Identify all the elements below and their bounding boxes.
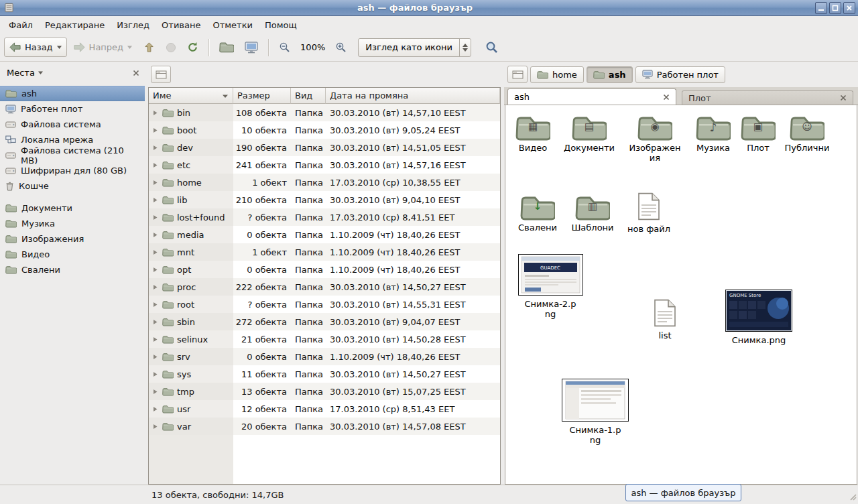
notebook-icon bbox=[512, 70, 524, 80]
taskbar-window-button[interactable]: ash — файлов браузър bbox=[625, 484, 741, 501]
table-row[interactable]: srv0 обектаПапка1.10.2009 (чт) 18,40,26 … bbox=[149, 348, 500, 365]
icon-view-item[interactable]: GUADECСнимка-2.png bbox=[520, 254, 580, 320]
expander-icon[interactable] bbox=[152, 180, 159, 186]
table-row[interactable]: sys11 обектаПапка30.03.2010 (вт) 14,50,2… bbox=[149, 365, 500, 383]
expander-icon[interactable] bbox=[152, 249, 159, 255]
expander-icon[interactable] bbox=[152, 267, 159, 273]
sidebar-item[interactable]: Свалени bbox=[0, 262, 145, 277]
table-row[interactable]: tmp13 обектаПапка30.03.2010 (вт) 15,07,2… bbox=[149, 383, 500, 400]
computer-button[interactable] bbox=[240, 38, 263, 58]
table-row[interactable]: root? обектаПапка30.03.2010 (вт) 14,55,3… bbox=[149, 296, 500, 313]
expander-icon[interactable] bbox=[152, 197, 159, 203]
sidebar-item[interactable]: Музика bbox=[0, 216, 145, 231]
menu-item[interactable]: Отиване bbox=[156, 17, 206, 33]
resize-grip[interactable] bbox=[847, 491, 857, 503]
icon-view-item[interactable]: ▤Документи bbox=[559, 115, 619, 153]
table-row[interactable]: lost+found? обектаПапка17.03.2010 (ср) 8… bbox=[149, 208, 500, 226]
icon-view-item[interactable]: ◉Изображения bbox=[625, 115, 685, 164]
menu-item[interactable]: Изглед bbox=[111, 17, 156, 33]
expander-icon[interactable] bbox=[152, 284, 159, 290]
tab-close-icon[interactable] bbox=[663, 94, 670, 101]
breadcrumb-button[interactable]: ash bbox=[587, 66, 633, 83]
table-row[interactable]: etc241 обектаПапка30.03.2010 (вт) 14,57,… bbox=[149, 156, 500, 174]
expander-icon[interactable] bbox=[152, 145, 159, 151]
sidebar-item[interactable]: Файлова система (210 MB) bbox=[0, 147, 145, 163]
expander-icon[interactable] bbox=[152, 232, 159, 238]
sidebar-item[interactable]: Кошче bbox=[0, 178, 145, 194]
icon-view-item[interactable]: ▦Видео bbox=[505, 115, 563, 153]
icon-view-item[interactable]: Снимка-1.png bbox=[565, 379, 625, 446]
view-mode-combo[interactable]: Изглед като икони bbox=[358, 38, 471, 57]
location-toggle-button[interactable] bbox=[151, 66, 171, 83]
table-row[interactable]: boot10 обектаПапка30.03.2010 (вт) 9,05,2… bbox=[149, 121, 500, 139]
expander-icon[interactable] bbox=[152, 302, 159, 308]
sidebar-item[interactable]: Изображения bbox=[0, 231, 145, 247]
expander-icon[interactable] bbox=[152, 319, 159, 325]
menu-item[interactable]: Редактиране bbox=[39, 17, 111, 33]
location-toggle-button[interactable] bbox=[507, 66, 528, 83]
forward-button[interactable]: Напред bbox=[68, 38, 137, 57]
sidebar-close-icon[interactable] bbox=[133, 70, 139, 76]
up-button[interactable] bbox=[139, 38, 160, 57]
breadcrumb-button[interactable]: home bbox=[530, 66, 584, 83]
tab[interactable]: ash bbox=[507, 88, 676, 105]
icon-view-item[interactable]: list bbox=[635, 299, 695, 341]
menu-item[interactable]: Помощ bbox=[259, 17, 303, 33]
expander-icon[interactable] bbox=[152, 389, 159, 395]
icon-view-item[interactable]: ↓Свалени bbox=[507, 194, 568, 233]
column-header[interactable]: Размер bbox=[233, 88, 291, 104]
table-row[interactable]: var20 обектаПапка30.03.2010 (вт) 14,57,0… bbox=[149, 418, 500, 435]
menu-item[interactable]: Отметки bbox=[206, 17, 258, 33]
expander-icon[interactable] bbox=[152, 354, 159, 360]
back-button[interactable]: Назад bbox=[4, 38, 67, 57]
table-row[interactable]: selinux21 обектаПапка30.03.2010 (вт) 14,… bbox=[149, 330, 500, 348]
expander-icon[interactable] bbox=[152, 371, 159, 377]
expander-icon[interactable] bbox=[152, 127, 159, 133]
sidebar-item[interactable]: Файлова система bbox=[0, 117, 145, 132]
icon-view-item[interactable]: ☺Публични bbox=[777, 115, 837, 153]
icon-view-item[interactable]: GNOME StoreСнимка.png bbox=[729, 290, 789, 346]
table-row[interactable]: bin108 обектаПапка30.03.2010 (вт) 14,57,… bbox=[149, 104, 500, 121]
stop-button[interactable] bbox=[161, 38, 181, 57]
expander-icon[interactable] bbox=[152, 336, 159, 342]
sidebar-item[interactable]: Работен плот bbox=[0, 101, 145, 117]
maximize-button[interactable] bbox=[829, 2, 841, 14]
table-row[interactable]: proc222 обектаПапка30.03.2010 (вт) 14,50… bbox=[149, 278, 500, 296]
column-header[interactable]: Дата на промяна bbox=[326, 88, 500, 104]
table-row[interactable]: sbin272 обектаПапка30.03.2010 (вт) 9,04,… bbox=[149, 313, 500, 330]
sidebar-item[interactable]: ash bbox=[0, 86, 145, 101]
combo-spinner[interactable] bbox=[459, 39, 471, 56]
chevron-down-icon[interactable] bbox=[38, 70, 44, 75]
column-header[interactable]: Име bbox=[149, 88, 233, 104]
icon-view-item[interactable]: ▥Шаблони bbox=[562, 194, 623, 233]
table-row[interactable]: usr12 обектаПапка17.03.2010 (ср) 8,51,43… bbox=[149, 400, 500, 418]
sidebar-item[interactable]: Шифриран дял (80 GB) bbox=[0, 163, 145, 178]
table-row[interactable]: opt0 обектаПапка1.10.2009 (чт) 18,40,26 … bbox=[149, 261, 500, 278]
close-button[interactable] bbox=[843, 2, 855, 14]
expander-icon[interactable] bbox=[152, 214, 159, 220]
table-row[interactable]: dev190 обектаПапка30.03.2010 (вт) 14,51,… bbox=[149, 139, 500, 156]
column-header[interactable]: Вид bbox=[291, 88, 326, 104]
search-button[interactable] bbox=[481, 37, 503, 58]
zoom-in-button[interactable] bbox=[330, 38, 351, 57]
sidebar-item[interactable]: Документи bbox=[0, 200, 145, 216]
table-row[interactable]: mnt1 обектПапка1.10.2009 (чт) 18,40,26 E… bbox=[149, 243, 500, 261]
zoom-out-button[interactable] bbox=[274, 38, 295, 57]
breadcrumb-button[interactable]: Работен плот bbox=[635, 66, 725, 83]
icon-view-item[interactable]: нов файл bbox=[619, 192, 679, 235]
sidebar-item[interactable]: Видео bbox=[0, 247, 145, 262]
tab[interactable]: Плот bbox=[682, 90, 853, 105]
home-button[interactable] bbox=[214, 38, 239, 57]
table-row[interactable]: lib210 обектаПапка30.03.2010 (вт) 9,04,1… bbox=[149, 191, 500, 208]
expander-icon[interactable] bbox=[152, 162, 159, 168]
expander-icon[interactable] bbox=[152, 406, 159, 412]
minimize-button[interactable] bbox=[815, 2, 827, 14]
expander-icon[interactable] bbox=[152, 110, 159, 116]
file-icon bbox=[654, 299, 676, 329]
expander-icon[interactable] bbox=[152, 424, 159, 430]
reload-button[interactable] bbox=[182, 38, 203, 57]
tab-close-icon[interactable] bbox=[840, 94, 847, 101]
table-row[interactable]: media0 обектаПапка1.10.2009 (чт) 18,40,2… bbox=[149, 226, 500, 243]
menu-item[interactable]: Файл bbox=[3, 17, 39, 33]
table-row[interactable]: home1 обектПапка17.03.2010 (ср) 10,38,55… bbox=[149, 174, 500, 191]
